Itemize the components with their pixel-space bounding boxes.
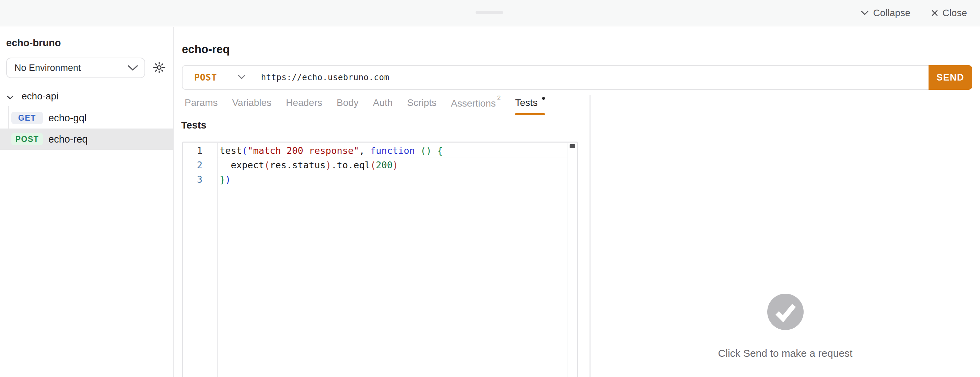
tab-label: Assertions xyxy=(451,98,496,109)
send-button[interactable]: SEND xyxy=(929,65,972,90)
folder-label: echo-api xyxy=(22,91,58,102)
line-number: 2 xyxy=(183,158,217,173)
tab-label: Auth xyxy=(373,97,393,108)
method-badge-get: GET xyxy=(11,112,43,124)
tab-label: Body xyxy=(337,97,359,108)
tab-tests[interactable]: Tests xyxy=(515,93,544,115)
line-number: 3 xyxy=(183,173,217,187)
window-controls: Collapse Close xyxy=(861,0,967,26)
environment-settings-button[interactable] xyxy=(149,58,170,78)
code-line: test("match 200 response", function () { xyxy=(218,144,568,158)
request-item-echo-gql[interactable]: GETecho-gql xyxy=(0,107,173,128)
drag-handle[interactable] xyxy=(476,11,503,14)
tab-label: Scripts xyxy=(407,97,436,108)
method-label: POST xyxy=(194,72,217,82)
request-list: GETecho-gqlPOSTecho-req xyxy=(0,107,173,150)
tab-assertions[interactable]: Assertions2 xyxy=(451,93,501,115)
tab-label: Params xyxy=(185,97,218,108)
tab-label: Tests xyxy=(515,97,537,108)
collection-title: echo-bruno xyxy=(6,37,61,49)
request-item-echo-req[interactable]: POSTecho-req xyxy=(0,128,173,150)
tests-heading: Tests xyxy=(181,120,207,131)
editor-gutter: 123 xyxy=(183,143,218,377)
collapse-label: Collapse xyxy=(873,8,910,19)
tab-label: Headers xyxy=(286,97,322,108)
tab-variables[interactable]: Variables xyxy=(232,93,271,115)
environment-value: No Environment xyxy=(14,63,81,73)
request-title: echo-req xyxy=(182,43,229,56)
close-button[interactable]: Close xyxy=(932,8,967,19)
tab-auth[interactable]: Auth xyxy=(373,93,393,115)
response-pane: Click Send to make a request xyxy=(590,95,980,377)
request-name: echo-gql xyxy=(48,112,86,124)
scrollbar-thumb[interactable] xyxy=(570,144,575,148)
titlebar: Collapse Close xyxy=(0,0,980,26)
chevron-down-icon xyxy=(7,91,13,102)
chevron-down-icon xyxy=(861,11,869,15)
sidebar: echo-bruno No Environment echo-api GETec… xyxy=(0,27,173,377)
url-input[interactable]: https://echo.usebruno.com xyxy=(261,73,390,82)
tab-headers[interactable]: Headers xyxy=(286,93,322,115)
close-label: Close xyxy=(942,8,967,19)
chevron-down-icon xyxy=(127,63,138,73)
response-placeholder: Click Send to make a request xyxy=(590,347,980,359)
request-tabs: ParamsVariablesHeadersBodyAuthScriptsAss… xyxy=(185,93,545,115)
editor-scrollbar[interactable] xyxy=(568,143,577,377)
tab-label: Variables xyxy=(232,97,271,108)
method-badge-post: POST xyxy=(11,133,43,145)
tab-params[interactable]: Params xyxy=(185,93,218,115)
sidebar-folder-echo-api[interactable]: echo-api xyxy=(0,86,173,106)
request-url-bar: POST https://echo.usebruno.com SEND xyxy=(182,65,972,90)
method-selector[interactable]: POST xyxy=(183,72,245,82)
chevron-down-icon xyxy=(238,74,245,81)
unsaved-changes-dot xyxy=(542,97,545,100)
tab-scripts[interactable]: Scripts xyxy=(407,93,436,115)
close-icon xyxy=(932,10,938,16)
code-line: }) xyxy=(218,173,568,187)
editor-code: test("match 200 response", function () {… xyxy=(218,144,568,377)
check-circle-icon xyxy=(767,294,803,330)
line-number: 1 xyxy=(183,144,217,158)
code-editor[interactable]: 123 test("match 200 response", function … xyxy=(182,141,578,377)
tab-count-badge: 2 xyxy=(497,94,501,101)
sun-adjust-icon xyxy=(153,61,165,75)
request-name: echo-req xyxy=(48,134,88,145)
environment-selector[interactable]: No Environment xyxy=(6,58,145,78)
collapse-button[interactable]: Collapse xyxy=(861,8,910,19)
main-pane: echo-req POST https://echo.usebruno.com … xyxy=(173,27,980,377)
tab-body[interactable]: Body xyxy=(337,93,359,115)
code-line: expect(res.status).to.eql(200) xyxy=(218,158,568,173)
